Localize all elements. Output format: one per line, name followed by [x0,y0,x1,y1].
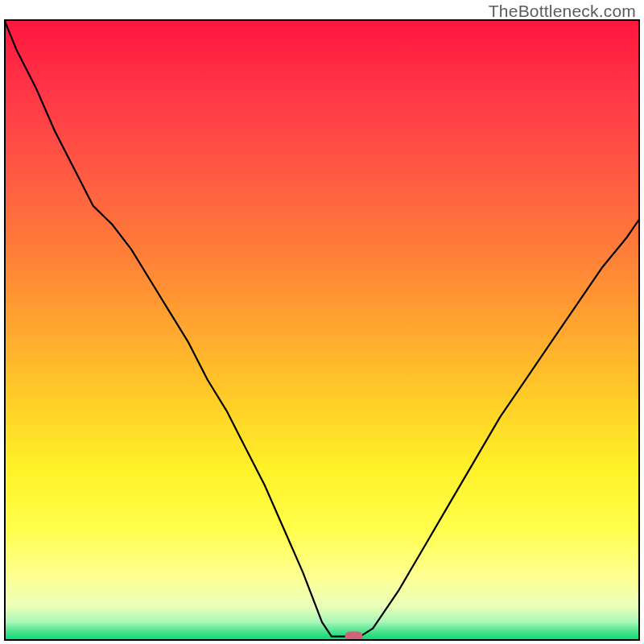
plot-background [4,19,640,641]
watermark-text: TheBottleneck.com [489,2,636,21]
chart-container: TheBottleneck.com [0,0,644,644]
bottleneck-chart [4,19,640,641]
